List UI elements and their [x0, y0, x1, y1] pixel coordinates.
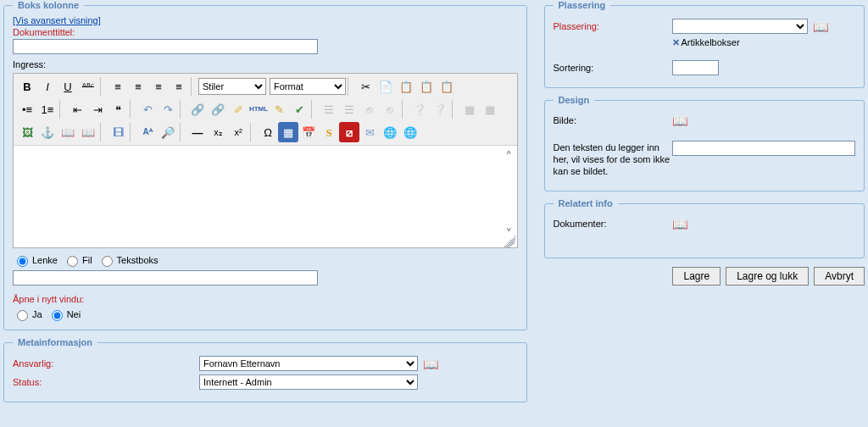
copy-icon[interactable]: 📄 — [376, 76, 396, 97]
paste-icon[interactable]: 📋 — [396, 76, 416, 97]
metainformasjon-legend: Metainformasjon — [13, 337, 97, 347]
align-right-icon[interactable]: ≡ — [148, 76, 169, 97]
ul-icon[interactable]: •≡ — [17, 99, 37, 119]
status-select[interactable]: Internett - Admin — [199, 374, 418, 390]
ansvarlig-label: Ansvarlig: — [13, 357, 199, 370]
node3-icon[interactable]: ⎋ — [359, 99, 380, 119]
outdent-icon[interactable]: ⇤ — [67, 99, 87, 119]
bilde-hint: Den teksten du legger inn her, vil vises… — [554, 141, 672, 179]
node4-icon[interactable]: ⎋ — [380, 99, 400, 119]
vis-avansert-link[interactable]: [Vis avansert visning] — [13, 15, 101, 25]
avbryt-button[interactable]: Avbryt — [814, 267, 865, 286]
align-justify-icon[interactable]: ≡ — [169, 76, 189, 97]
tick-icon[interactable]: ✔ — [289, 99, 309, 119]
undo-icon[interactable]: ↶ — [137, 99, 158, 119]
stiler-select[interactable]: Stiler — [198, 78, 266, 95]
s-icon[interactable]: S — [319, 122, 339, 142]
editor-textarea[interactable]: ˄ ˅ — [14, 146, 517, 247]
resize-handle-icon[interactable] — [504, 236, 515, 247]
separator — [100, 77, 106, 96]
plassering-label: Plassering: — [554, 19, 672, 33]
pencil-icon[interactable]: ✎ — [269, 99, 289, 119]
find-icon[interactable]: Aᴬ — [137, 122, 158, 142]
separator — [402, 100, 408, 119]
dokumenttittel-label: Dokumenttittel: — [13, 25, 75, 39]
separator — [130, 100, 136, 119]
bold-icon[interactable]: B — [17, 76, 37, 97]
html-icon[interactable]: HTML — [248, 99, 269, 119]
radio-fil[interactable]: Fil — [63, 253, 92, 267]
paste-text-icon[interactable]: 📋 — [416, 76, 437, 97]
format-select[interactable]: Format — [270, 78, 346, 95]
metainformasjon-group: Metainformasjon Ansvarlig: Fornavn Etter… — [3, 337, 527, 402]
gray2-icon[interactable]: ▦ — [480, 99, 500, 119]
replace-icon[interactable]: 🔎 — [158, 122, 178, 142]
scroll-up-icon[interactable]: ˄ — [505, 149, 513, 167]
relatert-group: Relatert info Dokumenter: 📖 — [544, 198, 865, 258]
book2-icon[interactable]: 📖 — [78, 122, 98, 142]
ol-icon[interactable]: 1≡ — [37, 99, 58, 119]
radio-ja[interactable]: Ja — [13, 308, 42, 321]
brush-icon[interactable]: ✐ — [228, 99, 248, 119]
lagre-og-lukk-button[interactable]: Lagre og lukk — [726, 267, 809, 286]
hr-icon[interactable]: — — [187, 122, 208, 142]
left-column: Boks kolonne [Vis avansert visning] Doku… — [3, 0, 527, 424]
blockquote-icon[interactable]: ❝ — [108, 99, 128, 119]
editor-scrollbar[interactable]: ˄ ˅ — [504, 149, 515, 244]
cut-icon[interactable]: ✂ — [355, 76, 376, 97]
radio-tekstboks[interactable]: Tekstboks — [97, 253, 159, 267]
dokumenter-browse-icon[interactable]: 📖 — [672, 218, 688, 230]
strike-icon[interactable]: ᴬᴮᶜ — [78, 76, 98, 97]
sub-icon[interactable]: x₂ — [208, 122, 228, 142]
artikkelbokser-item[interactable]: ✕Artikkelbokser — [672, 37, 740, 48]
omega-icon[interactable]: Ω — [258, 122, 278, 142]
ansvarlig-browse-icon[interactable]: 📖 — [423, 358, 439, 370]
toolbar-row-1: B I U ᴬᴮᶜ ≡ ≡ ≡ ≡ Stiler Format — [17, 76, 514, 97]
bilde-label: Bilde: — [554, 114, 672, 127]
flash-icon[interactable]: ⧄ — [339, 122, 359, 142]
gray1-icon[interactable]: ▦ — [459, 99, 480, 119]
calc-icon[interactable]: 📅 — [298, 122, 319, 142]
separator — [311, 100, 317, 119]
remove-icon[interactable]: ✕ — [672, 37, 680, 47]
plassering-browse-icon[interactable]: 📖 — [813, 20, 829, 33]
nytt-vindu-label: Åpne i nytt vindu: — [13, 292, 84, 306]
design-group: Design Bilde: 📖 Den teksten du legger in… — [544, 95, 865, 191]
unlink-icon[interactable]: 🔗 — [208, 99, 228, 119]
super-icon[interactable]: x² — [228, 122, 248, 142]
sortering-input[interactable] — [672, 60, 719, 75]
redo-icon[interactable]: ↷ — [158, 99, 178, 119]
dokumenttittel-input[interactable] — [13, 39, 318, 54]
anchor-icon[interactable]: ⚓ — [37, 122, 58, 142]
book1-icon[interactable]: 📖 — [58, 122, 78, 142]
underline-icon[interactable]: U — [58, 76, 78, 97]
plassering-group: Plassering Plassering: 📖 ✕Artikkelbokser… — [544, 0, 865, 88]
help1-icon[interactable]: ❔ — [409, 99, 430, 119]
indent-icon[interactable]: ⇥ — [87, 99, 108, 119]
separator — [130, 123, 136, 141]
image-icon[interactable]: 🖼 — [17, 122, 37, 142]
radio-lenke[interactable]: Lenke — [13, 253, 58, 267]
plassering-legend: Plassering — [554, 0, 611, 10]
paste-word-icon[interactable]: 📋 — [437, 76, 457, 97]
bilde-browse-icon[interactable]: 📖 — [672, 114, 688, 127]
node2-icon[interactable]: ☰ — [339, 99, 359, 119]
globe2-icon[interactable]: 🌐 — [400, 122, 420, 142]
node1-icon[interactable]: ☰ — [319, 99, 339, 119]
align-center-icon[interactable]: ≡ — [128, 76, 148, 97]
link-field-input[interactable] — [13, 270, 318, 286]
link-icon[interactable]: 🔗 — [187, 99, 208, 119]
radio-nei[interactable]: Nei — [47, 308, 81, 321]
table-icon[interactable]: ▦ — [278, 122, 298, 142]
globe1-icon[interactable]: 🌐 — [380, 122, 400, 142]
media-icon[interactable]: 🎞 — [108, 122, 128, 142]
right-column: Plassering Plassering: 📖 ✕Artikkelbokser… — [544, 0, 865, 424]
envelope-icon[interactable]: ✉ — [359, 122, 380, 142]
align-left-icon[interactable]: ≡ — [108, 76, 128, 97]
plassering-select[interactable] — [672, 19, 808, 34]
bilde-alt-input[interactable] — [672, 141, 855, 156]
ansvarlig-select[interactable]: Fornavn Etternavn — [199, 356, 418, 371]
lagre-button[interactable]: Lagre — [672, 267, 721, 286]
help2-icon[interactable]: ❔ — [430, 99, 450, 119]
italic-icon[interactable]: I — [37, 76, 58, 97]
